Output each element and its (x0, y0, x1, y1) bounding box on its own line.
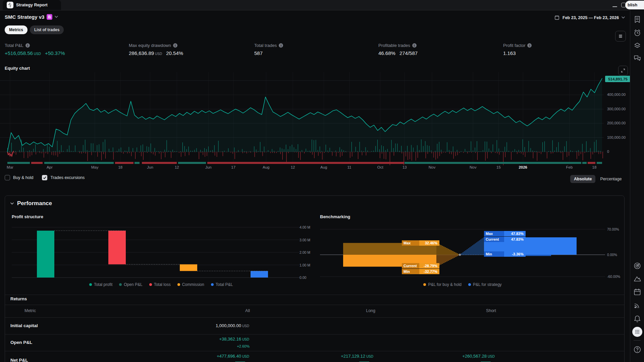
legend-label: Open P&L (124, 282, 142, 287)
benchmarking-chart[interactable]: Max 32.46% Current -28.79% Min -32.77% M… (320, 223, 625, 280)
sidebar-calendar-icon[interactable] (633, 288, 642, 296)
legend-dot (468, 283, 471, 286)
minimize-button[interactable] (612, 6, 617, 7)
strategy-current-badge: Current 47.83% (484, 237, 526, 242)
strategy-selector[interactable]: SMC Strategy v3 (5, 14, 58, 20)
profit-axis-tick: 0.00 (300, 276, 306, 280)
absolute-button[interactable]: Absolute (570, 175, 595, 183)
tab-list-of-trades[interactable]: List of trades (30, 25, 64, 34)
sidebar-ideas-mountain-icon[interactable] (633, 274, 642, 283)
legend-item[interactable]: Commission (177, 282, 204, 287)
sidebar-feed-icon[interactable] (633, 301, 642, 310)
expand-icon (621, 68, 626, 73)
legend-item[interactable]: Total profit (89, 282, 112, 287)
legend-item[interactable]: P&L for strategy (468, 282, 502, 287)
metric-profit-factor: Profit factori1.163 (503, 43, 532, 56)
trade-segment (142, 162, 177, 164)
checkbox-checked[interactable] (42, 175, 47, 180)
metric-value: 286,636.89USD20.54% (129, 50, 183, 56)
layout-rows-button[interactable] (615, 31, 626, 42)
buyhold-min-badge: Min -32.77% (402, 269, 439, 274)
row-label: Initial capital (10, 323, 38, 328)
apps-grid-icon (632, 327, 642, 337)
metric-label-text: Profit factor (503, 43, 525, 48)
percentage-button[interactable]: Percentage (600, 177, 622, 181)
cell-all: +477,696.40USD (217, 354, 249, 359)
divider (5, 305, 624, 305)
bar-total-profit (37, 231, 54, 278)
sidebar-watchlist-icon[interactable] (633, 15, 642, 24)
profit-axis-tick: 3.00 M (300, 238, 310, 242)
time-tick: Apr (47, 165, 53, 169)
sidebar-scanner-target-icon[interactable] (633, 261, 642, 270)
chevron-down-icon (622, 16, 625, 19)
legend-dot (177, 283, 180, 286)
price-tick: 400,000.00 (607, 93, 626, 97)
metric-value: 46.68%274/587 (378, 50, 418, 56)
metric-value-segment: 587 (254, 50, 263, 56)
expand-chart-button[interactable] (618, 66, 628, 75)
buyhold-max-badge: Max 32.46% (402, 240, 439, 246)
trades-excursions-label: Trades excursions (50, 175, 85, 180)
time-tick: Nov (429, 165, 435, 169)
trade-segment (178, 162, 206, 164)
metric-label-text: Max equity drawdown (129, 43, 171, 48)
strategy-max-badge: Max 47.83% (484, 231, 526, 236)
sidebar-help-icon[interactable] (633, 345, 642, 354)
divider (5, 334, 624, 335)
sidebar-apps-grid-icon[interactable] (632, 327, 641, 336)
legend-label: Total profit (94, 282, 112, 287)
performance-section: Performance Profit structure Total profi… (5, 195, 625, 362)
legend-item[interactable]: Total P&L (211, 282, 233, 287)
tab-metrics[interactable]: Metrics (5, 25, 28, 34)
legend-dot (119, 283, 122, 286)
sidebar-layers-icon[interactable] (633, 41, 642, 50)
time-tick: Aug (320, 165, 327, 169)
info-icon[interactable]: i (412, 43, 417, 48)
time-tick: Nov (470, 165, 476, 169)
report-tabs: Metrics List of trades (5, 25, 64, 34)
legend-item[interactable]: Open P&L (119, 282, 142, 287)
info-icon[interactable]: i (279, 43, 283, 48)
trade-segment (597, 162, 602, 164)
metric-value-segment: 274/587 (399, 50, 418, 56)
tab-strategy-report[interactable]: Strategy Report (3, 0, 61, 10)
profit-structure-chart[interactable] (12, 223, 310, 280)
info-icon[interactable]: i (527, 43, 532, 48)
sidebar-notifications-bell-icon[interactable] (633, 314, 642, 323)
metric-value-segment: +50.37% (45, 50, 65, 56)
performance-header[interactable]: Performance (10, 200, 52, 207)
date-range-picker[interactable]: Feb 23, 2025 — Feb 23, 2026 (554, 15, 625, 20)
time-tick: Feb (566, 165, 573, 169)
bar-total-loss (108, 231, 126, 264)
checkbox-unchecked[interactable] (5, 175, 10, 180)
time-tick: 13 (402, 165, 407, 169)
sidebar-chat-icon[interactable] (633, 54, 642, 63)
buy-hold-checkbox[interactable]: Buy & hold (5, 175, 33, 180)
publish-button[interactable]: blish (625, 1, 644, 9)
price-tick: 300,000.00 (607, 107, 626, 111)
benchmarking-legend: P&L for buy & holdP&L for strategy (320, 282, 605, 287)
trade-segment (44, 162, 114, 164)
info-icon[interactable]: i (173, 43, 177, 48)
sidebar-alert-clock-icon[interactable] (633, 28, 642, 37)
legend-label: Total loss (154, 282, 171, 287)
chart-controls: Buy & hold Trades excursions (5, 175, 85, 180)
save-strategy-icon[interactable] (47, 14, 52, 20)
divider (5, 351, 624, 351)
col-long: Long (366, 308, 375, 313)
equity-chart-plot[interactable] (0, 72, 631, 171)
check-icon (43, 176, 47, 180)
metric-value: 1.163 (503, 50, 532, 56)
tab-metrics-label: Metrics (9, 27, 23, 32)
trade-segment (588, 162, 595, 164)
col-metric: Metric (24, 308, 36, 313)
profit-axis-tick: 2.00 M (300, 250, 310, 254)
legend-item[interactable]: Total loss (149, 282, 171, 287)
info-icon[interactable]: i (25, 43, 30, 48)
bench-axis-tick: 0.00% (607, 253, 617, 257)
metric-max-equity-drawdown: Max equity drawdowni286,636.89USD20.54% (129, 43, 183, 56)
trades-excursions-checkbox[interactable]: Trades excursions (42, 175, 85, 180)
cell-all: +38,362.16USD (219, 337, 249, 342)
legend-item[interactable]: P&L for buy & hold (423, 282, 462, 287)
